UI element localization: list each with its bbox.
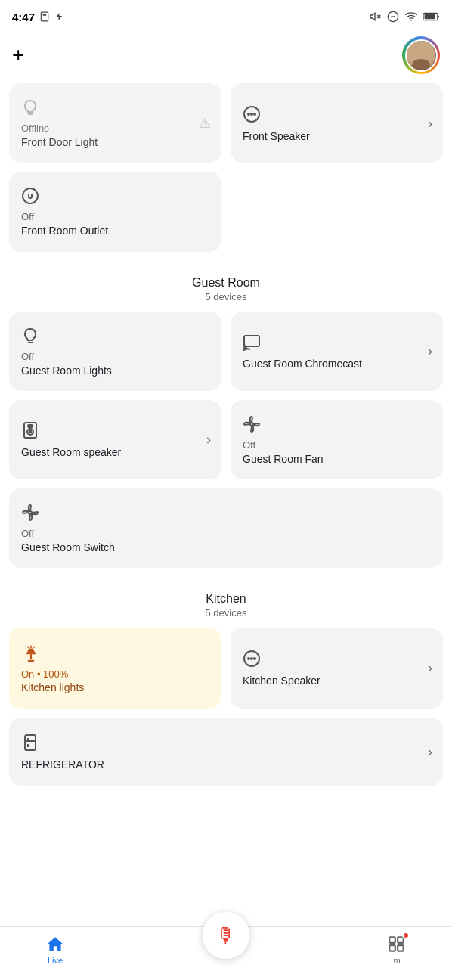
device-card-front-door-light[interactable]: Offline Front Door Light ⚠ xyxy=(9,83,221,163)
svg-marker-2 xyxy=(56,13,62,20)
svg-point-16 xyxy=(254,113,255,115)
device-name-refrigerator: REFRIGERATOR xyxy=(21,758,431,771)
fridge-icon xyxy=(21,731,431,751)
main-content: Offline Front Door Light ⚠ Front Speaker… xyxy=(0,83,452,885)
svg-point-14 xyxy=(248,113,249,115)
speaker-dots-icon xyxy=(243,103,431,122)
home-icon xyxy=(45,935,65,954)
svg-rect-0 xyxy=(41,12,48,21)
device-name-front-speaker: Front Speaker xyxy=(243,129,431,143)
svg-point-38 xyxy=(251,658,252,659)
device-status-kitchen-lights: On • 100% xyxy=(21,668,209,681)
device-card-kitchen-lights[interactable]: On • 100% Kitchen lights xyxy=(9,628,221,708)
avatar-face xyxy=(407,41,435,70)
top-bar: + xyxy=(0,30,452,83)
svg-rect-8 xyxy=(425,14,435,19)
device-card-front-room-outlet[interactable]: Off Front Room Outlet xyxy=(9,172,221,251)
nav-routines[interactable]: m xyxy=(387,935,407,965)
sim-icon xyxy=(39,11,50,22)
time-display: 4:47 xyxy=(12,11,35,23)
svg-point-15 xyxy=(251,113,252,115)
light-bulb-off-icon xyxy=(21,325,209,345)
outlet-icon xyxy=(21,185,209,205)
svg-rect-45 xyxy=(389,945,395,951)
device-card-guest-room-chromecast[interactable]: Guest Room Chromecast › xyxy=(231,312,443,391)
kitchen-speaker-icon xyxy=(243,648,431,668)
svg-point-22 xyxy=(243,349,245,350)
device-name-front-door-light: Front Door Light xyxy=(21,135,209,149)
guest-room-grid: Off Guest Room Lights Guest Room Chromec… xyxy=(9,312,443,569)
device-name-guest-room-switch: Guest Room Switch xyxy=(21,541,431,554)
svg-point-17 xyxy=(23,188,38,203)
mic-button[interactable]: 🎙 xyxy=(203,912,249,959)
device-status-guest-room-switch: Off xyxy=(21,528,431,541)
user-face-icon xyxy=(407,41,435,70)
device-status-front-room-outlet: Off xyxy=(21,211,209,224)
mic-container: 🎙 xyxy=(203,912,249,959)
svg-point-39 xyxy=(254,658,255,659)
svg-line-34 xyxy=(28,647,29,648)
device-card-refrigerator[interactable]: REFRIGERATOR › xyxy=(9,718,443,786)
svg-point-10 xyxy=(412,59,430,70)
svg-rect-47 xyxy=(398,945,404,951)
status-time: 4:47 xyxy=(12,11,63,23)
flash-icon xyxy=(54,11,63,22)
svg-point-27 xyxy=(250,423,253,426)
lamp-svg xyxy=(21,643,41,662)
chevron-right-chromecast-icon: › xyxy=(428,343,432,359)
svg-point-11 xyxy=(415,46,427,58)
svg-rect-26 xyxy=(28,425,33,427)
kitchen-subtitle: 5 devices xyxy=(9,607,443,619)
device-name-front-room-outlet: Front Room Outlet xyxy=(21,224,209,237)
mic-icon: 🎙 xyxy=(215,923,237,948)
kitchen-title: Kitchen xyxy=(9,592,443,606)
lamp-on-icon xyxy=(21,641,209,662)
device-status-guest-room-lights: Off xyxy=(21,351,209,364)
svg-point-37 xyxy=(248,658,249,659)
fan-off-icon xyxy=(243,414,431,433)
device-name-guest-room-chromecast: Guest Room Chromecast xyxy=(243,357,431,371)
device-status-guest-room-fan: Off xyxy=(243,439,431,452)
svg-rect-1 xyxy=(43,14,47,16)
device-card-guest-room-lights[interactable]: Off Guest Room Lights xyxy=(9,312,221,391)
device-card-guest-room-fan[interactable]: Off Guest Room Fan xyxy=(231,400,443,479)
svg-line-35 xyxy=(33,647,35,648)
nav-home[interactable]: Live xyxy=(45,935,65,965)
device-card-guest-room-switch[interactable]: Off Guest Room Switch xyxy=(9,488,443,568)
status-bar: 4:47 xyxy=(0,0,452,30)
add-button[interactable]: + xyxy=(12,45,24,66)
chevron-right-kitchen-speaker-icon: › xyxy=(428,660,432,676)
warning-icon: ⚠ xyxy=(199,115,211,132)
device-name-guest-room-fan: Guest Room Fan xyxy=(243,452,431,466)
guest-room-section-header: Guest Room 5 devices xyxy=(9,261,443,312)
chevron-right-fridge-icon: › xyxy=(428,743,432,759)
device-name-kitchen-lights: Kitchen lights xyxy=(21,681,209,694)
guest-room-subtitle: 5 devices xyxy=(9,291,443,302)
nav-home-label: Live xyxy=(48,956,63,965)
device-name-kitchen-speaker: Kitchen Speaker xyxy=(243,674,431,687)
battery-icon xyxy=(423,11,440,22)
svg-rect-44 xyxy=(389,937,395,943)
avatar-inner xyxy=(405,39,438,72)
device-card-guest-room-speaker[interactable]: Guest Room speaker › xyxy=(9,400,221,479)
device-name-guest-room-lights: Guest Room Lights xyxy=(21,364,209,377)
guest-room-title: Guest Room xyxy=(9,276,443,290)
dnd-icon xyxy=(387,11,399,23)
default-room-grid: Offline Front Door Light ⚠ Front Speaker… xyxy=(9,83,443,252)
device-name-guest-room-speaker: Guest Room speaker xyxy=(21,445,209,459)
chevron-right-icon: › xyxy=(428,115,432,131)
chromecast-icon xyxy=(243,331,431,351)
device-card-front-speaker[interactable]: Front Speaker › xyxy=(231,83,443,163)
nav-routines-label: m xyxy=(393,956,400,965)
routines-badge xyxy=(402,932,410,939)
avatar[interactable] xyxy=(402,36,440,74)
mute-icon xyxy=(369,11,381,23)
wifi-icon xyxy=(405,11,417,23)
svg-rect-21 xyxy=(244,336,259,346)
device-card-kitchen-speaker[interactable]: Kitchen Speaker › xyxy=(231,628,443,708)
svg-point-25 xyxy=(29,431,32,433)
device-status-front-door-light: Offline xyxy=(21,122,209,135)
kitchen-section-header: Kitchen 5 devices xyxy=(9,577,443,628)
routines-icon-wrapper xyxy=(387,935,407,954)
fan-switch-icon xyxy=(21,502,431,522)
